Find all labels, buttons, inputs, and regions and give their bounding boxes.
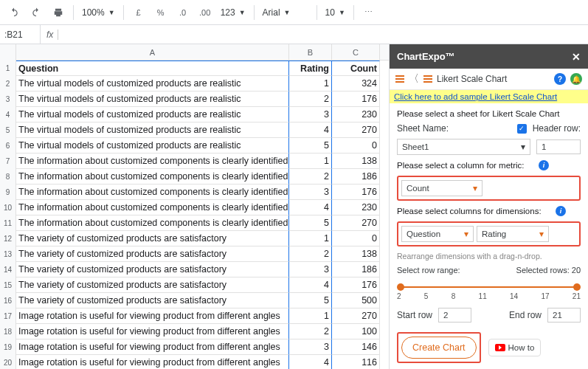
cell-rating[interactable]: 1 [289, 154, 332, 169]
cell-question[interactable]: Question [16, 61, 289, 76]
cell-question[interactable]: The information about customized compone… [16, 184, 289, 200]
fontsize-dropdown[interactable]: 10▼ [322, 7, 348, 18]
cell-rating[interactable]: 3 [289, 184, 332, 200]
redo-button[interactable] [27, 3, 46, 22]
cell-rating[interactable]: 2 [289, 246, 332, 262]
cell-count[interactable]: 176 [332, 92, 380, 107]
cell-question[interactable]: The variety of customized products are s… [16, 246, 289, 262]
col-header-a[interactable]: A [16, 44, 289, 60]
cell-question[interactable]: Image rotation is useful for viewing pro… [16, 339, 289, 355]
help-icon[interactable]: ? [554, 73, 566, 85]
cell-count[interactable]: 176 [332, 184, 380, 200]
row-number[interactable]: 16 [0, 293, 16, 308]
cell-count[interactable]: 0 [332, 138, 380, 154]
row-number[interactable]: 5 [0, 123, 16, 138]
cell-question[interactable]: The variety of customized products are s… [16, 277, 289, 293]
cell-rating[interactable]: 2 [289, 169, 332, 184]
cell-count[interactable]: 324 [332, 76, 380, 92]
row-number[interactable]: 9 [0, 184, 16, 200]
cell-rating[interactable]: 5 [289, 138, 332, 154]
cell-rating[interactable]: 1 [289, 308, 332, 324]
cell-rating[interactable]: 4 [289, 355, 332, 369]
cell-rating[interactable]: 3 [289, 107, 332, 123]
row-number[interactable]: 4 [0, 107, 16, 123]
notify-icon[interactable]: 🔔 [570, 73, 582, 85]
row-number[interactable]: 3 [0, 92, 16, 107]
cell-count[interactable]: 186 [332, 262, 380, 277]
cell-count[interactable]: 230 [332, 107, 380, 123]
cell-count[interactable]: 270 [332, 308, 380, 324]
cell-question[interactable]: Image rotation is useful for viewing pro… [16, 324, 289, 339]
howto-button[interactable]: How to [488, 339, 542, 356]
number-format-dropdown[interactable]: 123▼ [218, 7, 249, 18]
cell-question[interactable]: The virtual models of customized product… [16, 138, 289, 154]
create-chart-button[interactable]: Create Chart [401, 337, 477, 359]
col-header-c[interactable]: C [332, 44, 380, 60]
row-number[interactable]: 17 [0, 308, 16, 324]
select-all-cell[interactable] [0, 44, 16, 61]
cell-question[interactable]: The variety of customized products are s… [16, 231, 289, 246]
sheet-select[interactable]: Sheet1▾ [397, 139, 530, 155]
row-number[interactable]: 15 [0, 277, 16, 293]
close-icon[interactable]: ✕ [572, 51, 581, 63]
row-number[interactable]: 6 [0, 138, 16, 154]
decrease-decimal-button[interactable]: .0 [173, 3, 193, 22]
cell-rating[interactable]: 3 [289, 262, 332, 277]
row-number[interactable]: 10 [0, 200, 16, 215]
cell-question[interactable]: The information about customized compone… [16, 169, 289, 184]
row-number[interactable]: 13 [0, 246, 16, 262]
row-range-slider[interactable]: 25811141721 [397, 282, 581, 289]
add-sample-link[interactable]: Click here to add sample Likert Scale Ch… [390, 90, 588, 103]
cell-rating[interactable]: 2 [289, 324, 332, 339]
name-box[interactable]: :B21 [0, 25, 41, 44]
formula-input[interactable]: fx [41, 30, 588, 40]
row-number[interactable]: 11 [0, 215, 16, 231]
info-icon[interactable]: i [556, 206, 566, 216]
dim2-select[interactable]: Rating▾ [477, 226, 549, 242]
cell-question[interactable]: The information about customized compone… [16, 154, 289, 169]
cell-count[interactable]: 270 [332, 123, 380, 138]
cell-rating[interactable]: Rating [289, 61, 332, 76]
row-number[interactable]: 19 [0, 339, 16, 355]
cell-question[interactable]: The virtual models of customized product… [16, 107, 289, 123]
info-icon[interactable]: i [539, 160, 549, 170]
font-dropdown[interactable]: Arial▼ [260, 7, 311, 18]
cell-rating[interactable]: 1 [289, 231, 332, 246]
cell-count[interactable]: 500 [332, 293, 380, 308]
start-row-input[interactable]: 2 [438, 308, 471, 323]
cell-question[interactable]: Image rotation is useful for viewing pro… [16, 355, 289, 369]
cell-count[interactable]: 116 [332, 355, 380, 369]
undo-button[interactable] [4, 3, 24, 22]
cell-count[interactable]: 146 [332, 339, 380, 355]
header-row-input[interactable]: 1 [536, 139, 581, 154]
metric-select[interactable]: Count▾ [401, 180, 482, 196]
cell-count[interactable]: 176 [332, 277, 380, 293]
row-number[interactable]: 18 [0, 324, 16, 339]
cell-question[interactable]: The variety of customized products are s… [16, 262, 289, 277]
cell-count[interactable]: 138 [332, 154, 380, 169]
cell-question[interactable]: The information about customized compone… [16, 200, 289, 215]
cell-rating[interactable]: 2 [289, 92, 332, 107]
cell-count[interactable]: 0 [332, 231, 380, 246]
col-header-b[interactable]: B [289, 44, 332, 60]
row-number[interactable]: 7 [0, 154, 16, 169]
print-button[interactable] [49, 3, 68, 22]
row-number[interactable]: 14 [0, 262, 16, 277]
cell-question[interactable]: The virtual models of customized product… [16, 123, 289, 138]
cell-question[interactable]: The information about customized compone… [16, 215, 289, 231]
percent-button[interactable]: % [151, 3, 170, 22]
row-number[interactable]: 2 [0, 76, 16, 92]
row-number[interactable]: 1 [0, 61, 16, 76]
end-row-input[interactable]: 21 [547, 308, 581, 323]
cell-count[interactable]: 230 [332, 200, 380, 215]
cell-question[interactable]: The virtual models of customized product… [16, 76, 289, 92]
cell-count[interactable]: 138 [332, 246, 380, 262]
cell-rating[interactable]: 4 [289, 123, 332, 138]
cell-question[interactable]: Image rotation is useful for viewing pro… [16, 308, 289, 324]
increase-decimal-button[interactable]: .00 [196, 3, 215, 22]
cell-rating[interactable]: 5 [289, 215, 332, 231]
more-toolbar-button[interactable]: ⋯ [359, 3, 378, 22]
cell-rating[interactable]: 4 [289, 277, 332, 293]
row-number[interactable]: 20 [0, 355, 16, 369]
cell-rating[interactable]: 5 [289, 293, 332, 308]
